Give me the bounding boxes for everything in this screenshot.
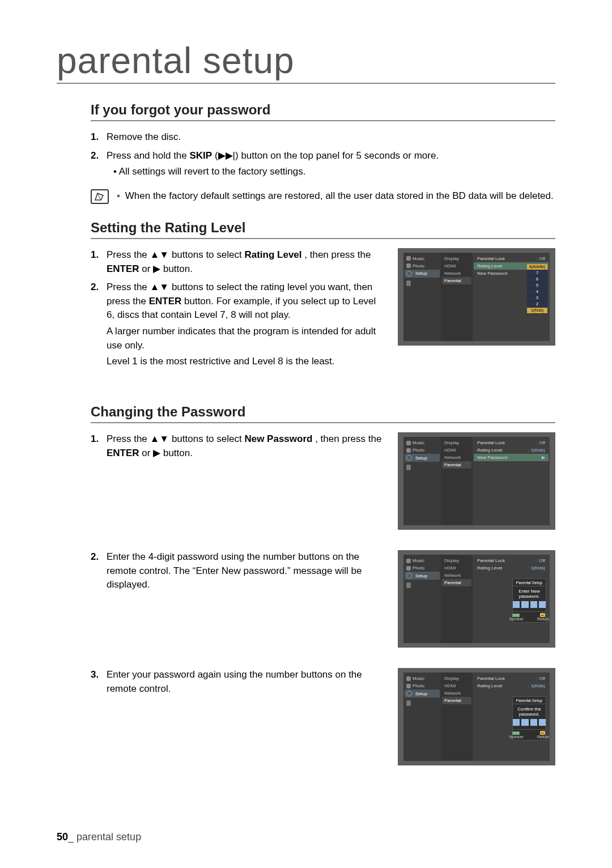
note-row: When the factory default settings are re… bbox=[91, 189, 555, 204]
t: Off bbox=[537, 256, 545, 261]
t: 2 bbox=[527, 301, 547, 307]
t: 1(Kids) bbox=[528, 565, 545, 571]
enterpass-screenshot: Music Photo Setup Display HDMI Network P… bbox=[398, 550, 555, 648]
t: Off bbox=[537, 676, 545, 681]
t: New Password bbox=[477, 271, 507, 276]
step-text: Press the ▲▼ buttons to select New Passw… bbox=[107, 432, 386, 460]
t: Return bbox=[537, 617, 549, 621]
newpass-screenshot: Music Photo Setup Display HDMI Network P… bbox=[398, 432, 555, 530]
step-text: Enter the 4-digit password using the num… bbox=[107, 550, 386, 592]
t: New Password bbox=[244, 433, 312, 444]
page-number: 50 bbox=[57, 831, 68, 843]
rating-dropdown: 8(Adults) 7 6 5 4 3 2 1(Kids) bbox=[527, 264, 547, 314]
music-icon bbox=[406, 441, 411, 445]
t: 4 bbox=[527, 289, 547, 295]
t: Display bbox=[442, 255, 471, 262]
page-title: parental setup bbox=[57, 40, 555, 84]
t: 1(Kids) bbox=[527, 308, 547, 313]
step-1: 1. Remove the disc. bbox=[91, 130, 555, 144]
photo-icon bbox=[406, 566, 411, 571]
t: Rating Level bbox=[477, 263, 502, 269]
section-change-title: Changing the Password bbox=[91, 404, 555, 423]
t: 1(Kids) bbox=[528, 683, 545, 688]
step-number: 3. bbox=[91, 668, 107, 682]
t: Rating Level bbox=[244, 249, 301, 260]
t: or ▶ button. bbox=[142, 263, 193, 274]
section-rating-title: Setting the Rating Level bbox=[91, 220, 555, 239]
t: Parental bbox=[442, 461, 471, 469]
step-text: Press the ▲▼ buttons to select the ratin… bbox=[107, 280, 386, 369]
t: Network bbox=[442, 454, 471, 461]
music-icon bbox=[406, 559, 411, 563]
t: or ▶ button. bbox=[142, 448, 193, 458]
step-number: 2. bbox=[91, 280, 107, 295]
step-2: 2. Press the ▲▼ buttons to select the ra… bbox=[91, 280, 386, 369]
t: Parental Lock bbox=[477, 440, 505, 445]
photo-icon bbox=[406, 448, 411, 453]
t: Display bbox=[442, 439, 471, 446]
t: Music bbox=[413, 558, 424, 563]
t: Parental bbox=[442, 277, 471, 284]
return-badge-icon: ↩ bbox=[540, 731, 545, 735]
step-1: 1. Press the ▲▼ buttons to select Rating… bbox=[91, 248, 386, 276]
skip-icon: (▶▶|) bbox=[215, 150, 241, 161]
photo-icon bbox=[406, 263, 411, 268]
t: Rating Level bbox=[477, 683, 502, 688]
return-badge-icon: ↩ bbox=[540, 613, 545, 617]
step-text: Press and hold the SKIP (▶▶|) button on … bbox=[107, 149, 555, 179]
t: Number bbox=[509, 617, 524, 621]
t: Enter New password. bbox=[513, 589, 546, 599]
t: Music bbox=[413, 256, 424, 261]
t: Setup bbox=[415, 573, 427, 578]
t: Photo bbox=[413, 565, 424, 571]
t: Setup bbox=[415, 691, 427, 696]
t: Press the ▲▼ buttons to select bbox=[107, 249, 244, 260]
t: 7 bbox=[527, 270, 547, 276]
t: Off bbox=[537, 440, 545, 445]
t: Setup bbox=[415, 271, 427, 276]
t: Parental Setup bbox=[513, 581, 546, 586]
t: Press and hold the bbox=[107, 150, 189, 161]
t: , then press the bbox=[315, 433, 381, 444]
gear-icon bbox=[406, 691, 412, 696]
t: Parental Lock bbox=[477, 676, 505, 681]
sub-bullet: All settings will revert to the factory … bbox=[113, 165, 555, 179]
t: Number bbox=[509, 735, 524, 739]
t: Photo bbox=[413, 683, 424, 688]
step-number: 1. bbox=[91, 130, 107, 144]
step-number: 2. bbox=[91, 550, 107, 564]
t: ENTER bbox=[107, 263, 139, 274]
note-text: When the factory default settings are re… bbox=[117, 189, 554, 203]
t: Off bbox=[537, 558, 545, 563]
t: HDMI bbox=[442, 446, 471, 454]
t: Network bbox=[442, 572, 471, 579]
t: _ bbox=[68, 831, 74, 843]
t: 3 bbox=[527, 295, 547, 301]
t: HDMI bbox=[442, 262, 471, 270]
music-icon bbox=[406, 256, 411, 261]
page-footer: 50_ parental setup bbox=[57, 831, 141, 843]
step-text: Remove the disc. bbox=[107, 130, 555, 144]
lock-icon bbox=[406, 700, 411, 706]
section-forgot-title: If you forgot your password bbox=[91, 102, 555, 121]
t: SKIP bbox=[189, 150, 212, 161]
gear-icon bbox=[406, 271, 412, 276]
lock-icon bbox=[406, 465, 411, 470]
t: ENTER bbox=[149, 296, 182, 307]
step-2: 2. Enter the 4-digit password using the … bbox=[91, 550, 386, 592]
t: Parental Setup bbox=[513, 699, 546, 704]
t: ENTER bbox=[107, 448, 139, 458]
t: 8(Adults) bbox=[527, 264, 547, 270]
t: Parental bbox=[442, 579, 471, 586]
t: Network bbox=[442, 690, 471, 697]
step-1: 1. Press the ▲▼ buttons to select New Pa… bbox=[91, 432, 386, 460]
step-3: 3. Enter your password again using the n… bbox=[91, 668, 386, 696]
t: Confirm the password. bbox=[513, 707, 546, 717]
t: Level 1 is the most restrictive and Leve… bbox=[107, 355, 386, 369]
lock-icon bbox=[406, 280, 411, 286]
gear-icon bbox=[406, 455, 412, 461]
lock-icon bbox=[406, 582, 411, 588]
t: Photo bbox=[413, 263, 424, 269]
t: HDMI bbox=[442, 682, 471, 690]
gear-icon bbox=[406, 573, 412, 578]
